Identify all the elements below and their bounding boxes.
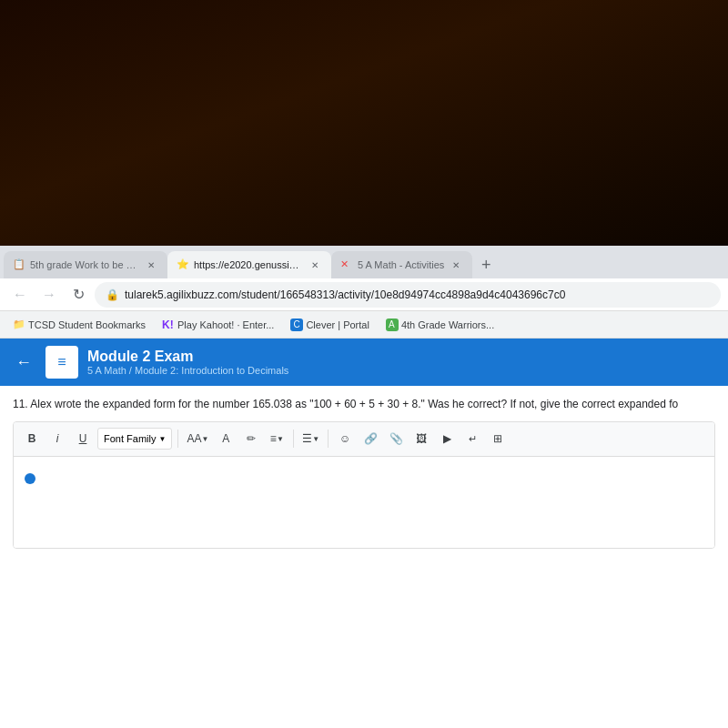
url-lock-icon: 🔒 xyxy=(106,288,119,301)
toolbar-divider-2 xyxy=(293,430,294,448)
link-button[interactable]: 🔗 xyxy=(359,428,381,450)
font-family-label: Font Family xyxy=(104,433,156,444)
editor-body[interactable] xyxy=(14,457,714,548)
emoji-button[interactable]: ☺ xyxy=(334,428,356,450)
attachment-icon: 📎 xyxy=(389,432,403,445)
image-icon: 🖼 xyxy=(416,432,427,445)
bookmark-4thgrade[interactable]: A 4th Grade Warriors... xyxy=(380,317,500,333)
tab1-label: 5th grade Work to be completed xyxy=(30,259,139,270)
bookmark-tcsd[interactable]: 📁 TCSD Student Bookmarks xyxy=(7,317,151,333)
font-size-button[interactable]: AA ▼ xyxy=(184,428,211,450)
bookmark-clever[interactable]: C Clever | Portal xyxy=(285,317,375,333)
header-title: Module 2 Exam xyxy=(87,349,288,365)
attachment-button[interactable]: 📎 xyxy=(385,428,407,450)
tab2-icon: ⭐ xyxy=(177,258,189,271)
video-button[interactable]: ▶ xyxy=(436,428,458,450)
special-char-icon: ↵ xyxy=(469,433,477,445)
align-button[interactable]: ≡ ▼ xyxy=(266,428,288,450)
image-button[interactable]: 🖼 xyxy=(410,428,432,450)
tab-5th-grade[interactable]: 📋 5th grade Work to be completed ✕ xyxy=(4,251,167,278)
list-button[interactable]: ☰ ▼ xyxy=(299,428,322,450)
bookmark-tcsd-label: TCSD Student Bookmarks xyxy=(28,319,146,330)
tab1-icon: 📋 xyxy=(13,258,25,271)
editor-toolbar: B i U Font Family ▼ AA ▼ A xyxy=(14,422,714,457)
font-family-arrow: ▼ xyxy=(158,435,166,443)
address-bar: ← → ↻ 🔒 tularek5.agilixbuzz.com/student/… xyxy=(0,278,728,311)
browser-window: 📋 5th grade Work to be completed ✕ ⭐ htt… xyxy=(0,246,728,728)
font-size-arrow: ▼ xyxy=(201,435,208,443)
content-area: 11. Alex wrote the expanded form for the… xyxy=(0,386,728,728)
question-text: 11. Alex wrote the expanded form for the… xyxy=(13,397,715,412)
dark-background xyxy=(0,0,728,246)
url-box[interactable]: 🔒 tularek5.agilixbuzz.com/student/166548… xyxy=(95,282,721,308)
bookmark-4thgrade-icon: A xyxy=(386,318,399,331)
special-char-button[interactable]: ↵ xyxy=(461,428,483,450)
editor-container: B i U Font Family ▼ AA ▼ A xyxy=(13,421,715,549)
font-family-dropdown[interactable]: Font Family ▼ xyxy=(97,428,172,450)
page-back-button[interactable]: ← xyxy=(11,349,36,375)
bookmark-clever-label: Clever | Portal xyxy=(306,319,369,330)
tab-5a-math[interactable]: ✕ 5 A Math - Activities ✕ xyxy=(331,251,472,278)
list-arrow: ▼ xyxy=(312,435,319,443)
highlight-button[interactable]: ✏ xyxy=(240,428,262,450)
italic-button[interactable]: i xyxy=(46,428,68,450)
question-body: Alex wrote the expanded form for the num… xyxy=(30,398,678,410)
underline-button[interactable]: U xyxy=(72,428,94,450)
bookmark-kahoot-icon: K! xyxy=(162,318,175,331)
new-tab-button[interactable]: + xyxy=(472,251,500,278)
tab1-close[interactable]: ✕ xyxy=(144,258,158,272)
back-button[interactable]: ← xyxy=(7,282,33,308)
align-arrow: ▼ xyxy=(277,435,284,443)
tab-bar: 📋 5th grade Work to be completed ✕ ⭐ htt… xyxy=(0,246,728,278)
font-color-button[interactable]: A xyxy=(215,428,237,450)
forward-button[interactable]: → xyxy=(36,282,62,308)
module-icon: ≡ xyxy=(57,354,66,370)
bookmark-tcsd-icon: 📁 xyxy=(13,318,25,331)
header-subtitle: 5 A Math / Module 2: Introduction to Dec… xyxy=(87,365,288,376)
tab-e2020[interactable]: ⭐ https://e2020.genussis.com/Fi... ✕ xyxy=(167,251,331,278)
tab3-icon: ✕ xyxy=(340,258,353,271)
bookmarks-bar: 📁 TCSD Student Bookmarks K! Play Kahoot!… xyxy=(0,311,728,339)
tab2-close[interactable]: ✕ xyxy=(308,258,322,272)
module-icon-box: ≡ xyxy=(46,346,78,379)
toolbar-divider-1 xyxy=(177,430,178,448)
bookmark-clever-icon: C xyxy=(290,318,303,331)
table-icon: ⊞ xyxy=(493,432,502,445)
video-icon: ▶ xyxy=(443,432,451,445)
toolbar-divider-3 xyxy=(328,430,329,448)
question-number: 11. xyxy=(13,398,28,410)
bold-button[interactable]: B xyxy=(21,428,43,450)
header-text: Module 2 Exam 5 A Math / Module 2: Intro… xyxy=(87,349,288,376)
table-button[interactable]: ⊞ xyxy=(487,428,509,450)
emoji-icon: ☺ xyxy=(339,432,350,445)
link-icon: 🔗 xyxy=(364,432,378,445)
highlight-icon: ✏ xyxy=(247,432,256,445)
bookmark-4thgrade-label: 4th Grade Warriors... xyxy=(401,319,494,330)
tab3-label: 5 A Math - Activities xyxy=(358,259,444,270)
reload-button[interactable]: ↻ xyxy=(66,282,91,308)
url-text: tularek5.agilixbuzz.com/student/16654831… xyxy=(125,288,710,301)
tab3-close[interactable]: ✕ xyxy=(449,258,463,272)
bookmark-kahoot[interactable]: K! Play Kahoot! · Enter... xyxy=(157,317,279,333)
bookmark-kahoot-label: Play Kahoot! · Enter... xyxy=(177,319,274,330)
tab2-label: https://e2020.genussis.com/Fi... xyxy=(194,259,303,270)
text-cursor xyxy=(25,473,35,484)
page-header: ← ≡ Module 2 Exam 5 A Math / Module 2: I… xyxy=(0,339,728,386)
